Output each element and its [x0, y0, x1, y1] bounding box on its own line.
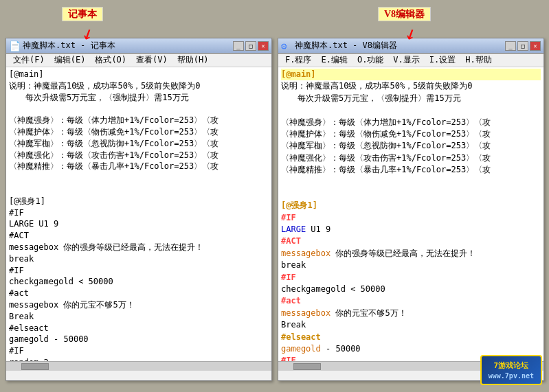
- v8-editor[interactable]: [@main] 说明：神魔最高10级，成功率50%，5级前失败降为0 每次升级需…: [278, 67, 544, 371]
- menu-edit[interactable]: 编辑(E): [50, 54, 90, 67]
- code-line-2: 每次升级需5万元宝，〈强制提升〉需15万元: [281, 93, 541, 104]
- code-line-5: 〈神魔军枷〉：每级〈忽视防御+1%/Fcolor=253〉〈攻: [281, 140, 541, 152]
- notepad-label: 记事本: [62, 7, 103, 21]
- v8-maximize-button[interactable]: □: [517, 41, 528, 51]
- v8-close-button[interactable]: ✕: [530, 41, 541, 51]
- logo: 7游戏论坛 www.7pv.net: [480, 355, 542, 385]
- v8-menu-function[interactable]: O.功能: [353, 54, 388, 67]
- notepad-menubar: 文件(F) 编辑(E) 格式(O) 查看(V) 帮助(H): [6, 54, 271, 67]
- code-line-break1: break: [281, 260, 541, 271]
- code-line-if2: #IF: [281, 272, 541, 284]
- code-line-1: 说明：神魔最高10级，成功率50%，5级前失败降为0: [281, 80, 541, 92]
- code-line-check: checkgamegold < 50000: [281, 284, 541, 295]
- v8-window-controls: _ □ ✕: [505, 41, 541, 51]
- v8-menu-program[interactable]: F.程序: [281, 54, 315, 67]
- code-line-6: 〈神魔强化〉：每级〈攻击伤害+1%/Fcolor=253〉〈攻: [281, 152, 541, 164]
- v8-scroll-thumb[interactable]: [293, 363, 321, 370]
- code-line-msg1: messagebox 你的强身等级已经最高，无法在提升！: [281, 248, 541, 260]
- logo-title: 7游戏论坛: [489, 360, 534, 371]
- close-button[interactable]: ✕: [258, 41, 269, 51]
- notepad-window: 📄 神魔脚本.txt - 记事本 _ □ ✕ 文件(F) 编辑(E) 格式(O)…: [5, 38, 272, 381]
- notepad-window-controls: _ □ ✕: [233, 41, 269, 51]
- code-line-3: 〈神魔强身〉：每级〈体力增加+1%/Fcolor=253〉〈攻: [281, 117, 541, 128]
- code-line-if1: #IF: [281, 212, 541, 224]
- v8-label: V8编辑器: [378, 7, 431, 21]
- v8-title: 神魔脚本.txt - V8编辑器: [295, 40, 505, 51]
- code-line-blank3: [281, 188, 541, 200]
- scroll-thumb[interactable]: [21, 363, 49, 370]
- code-line-act1: #ACT: [281, 235, 541, 247]
- code-line-elseact: #elseact: [281, 332, 541, 343]
- v8-window: ⚙ 神魔脚本.txt - V8编辑器 _ □ ✕ F.程序 E.编辑 O.功能 …: [278, 38, 544, 381]
- v8-menu-edit[interactable]: E.编辑: [317, 54, 351, 67]
- maximize-button[interactable]: □: [245, 41, 256, 51]
- notepad-annotation: 记事本: [62, 8, 103, 21]
- code-line-Break: Break: [281, 319, 541, 331]
- v8-annotation: V8编辑器: [378, 8, 431, 21]
- code-line-act2: #act: [281, 295, 541, 307]
- code-line-4: 〈神魔护体〉：每级〈物伤减免+1%/Fcolor=253〉〈攻: [281, 128, 541, 140]
- v8-menu-settings[interactable]: I.设置: [425, 54, 460, 67]
- code-line-main: [@main]: [281, 69, 541, 80]
- menu-file[interactable]: 文件(F): [9, 54, 49, 67]
- code-line-blank1: [281, 104, 541, 116]
- v8-icon: ⚙: [281, 41, 292, 51]
- menu-help[interactable]: 帮助(H): [173, 54, 213, 67]
- code-line-blank2: [281, 176, 541, 188]
- code-line-gamegold: gamegold - 50000: [281, 343, 541, 355]
- notepad-icon: 📄: [9, 41, 20, 51]
- v8-minimize-button[interactable]: _: [505, 41, 516, 51]
- code-line-msg2: messagebox 你的元宝不够5万！: [281, 308, 541, 319]
- v8-menu-display[interactable]: V.显示: [389, 54, 423, 67]
- code-line-7: 〈神魔精推〉：每级〈暴击几率+1%/Fcolor=253〉〈攻: [281, 164, 541, 176]
- notepad-scrollbar[interactable]: [6, 361, 271, 371]
- v8-code-area: [@main] 说明：神魔最高10级，成功率50%，5级前失败降为0 每次升级需…: [278, 67, 544, 361]
- code-line-qianshen: [@强身1]: [281, 200, 541, 211]
- v8-menubar: F.程序 E.编辑 O.功能 V.显示 I.设置 H.帮助: [278, 54, 544, 67]
- menu-view[interactable]: 查看(V): [132, 54, 172, 67]
- notepad-title: 神魔脚本.txt - 记事本: [23, 40, 233, 51]
- logo-url: www.7pv.net: [489, 372, 534, 380]
- code-line-large: LARGE U1 9: [281, 224, 541, 235]
- v8-menu-help[interactable]: H.帮助: [461, 54, 495, 67]
- notepad-editor[interactable]: [@main] 说明：神魔最高10级，成功率50%，5级前失败降为0 每次升级需…: [6, 67, 271, 371]
- menu-format[interactable]: 格式(O): [91, 54, 131, 67]
- minimize-button[interactable]: _: [233, 41, 244, 51]
- notepad-titlebar: 📄 神魔脚本.txt - 记事本 _ □ ✕: [6, 38, 271, 54]
